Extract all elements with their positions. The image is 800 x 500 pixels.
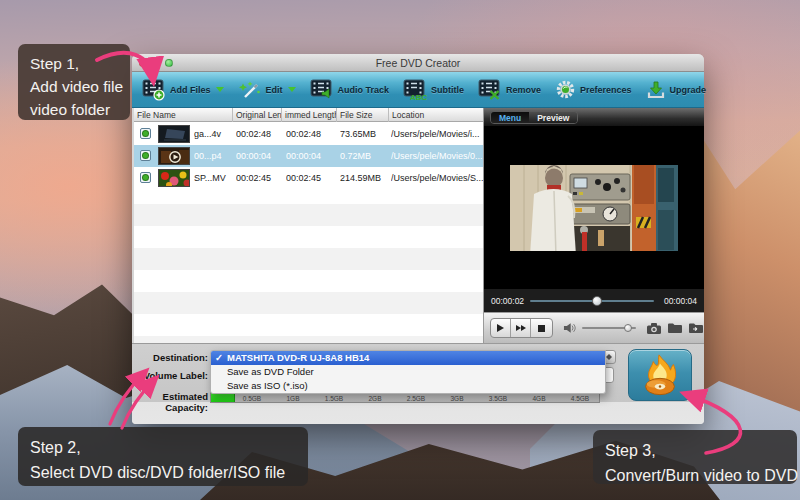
row-add-icon[interactable] <box>140 172 151 183</box>
edit-button[interactable]: Edit <box>238 80 296 100</box>
upgrade-button[interactable]: Upgrade <box>646 80 707 100</box>
burn-button[interactable] <box>628 349 692 401</box>
table-row[interactable]: SP...MV 00:02:45 00:02:45 214.59MB /User… <box>134 167 483 189</box>
cell-location: /Users/pele/Movies/0... <box>391 145 483 167</box>
step2-line1: Step 2, <box>30 435 296 460</box>
row-add-icon[interactable] <box>140 150 151 161</box>
capacity-tick-label: 4.5GB <box>571 395 589 402</box>
table-row[interactable]: ga...4v 00:02:48 00:02:48 73.65MB /Users… <box>134 123 483 145</box>
burn-flame-icon <box>637 353 683 397</box>
cell-file-name: SP...MV <box>194 167 234 189</box>
checkmark-icon: ✓ <box>215 351 227 365</box>
capacity-tick-label: 1.5GB <box>325 395 343 402</box>
volume-label-label: Volume Label: <box>132 370 208 381</box>
file-table: File Name Original Length immed Length F… <box>134 108 484 343</box>
volume-knob[interactable] <box>624 324 632 332</box>
screen: Free DVD Creator Add Files <box>0 0 800 500</box>
cell-file-size: 0.72MB <box>340 145 388 167</box>
titlebar[interactable]: Free DVD Creator <box>132 54 704 72</box>
table-header: File Name Original Length immed Length F… <box>134 108 483 122</box>
column-file-size[interactable]: File Size <box>337 108 389 122</box>
capacity-tick-label: 1GB <box>286 395 299 402</box>
table-row-selected[interactable]: 00...p4 00:00:04 00:00:04 0.72MB /Users/… <box>134 145 483 167</box>
preferences-button[interactable]: Preferences <box>555 79 632 100</box>
capture-buttons <box>646 322 704 335</box>
video-area[interactable] <box>484 126 704 288</box>
total-time: 00:00:04 <box>664 296 697 306</box>
callout-step1: Step 1, Add video file video folder <box>18 44 130 120</box>
destination-selected-option[interactable]: ✓MATSHITA DVD-R UJ-8A8 HB14 <box>211 351 605 365</box>
column-original-length[interactable]: Original Length <box>233 108 282 122</box>
cell-trimmed-length: 00:02:48 <box>286 123 336 145</box>
fast-forward-icon <box>521 325 526 331</box>
destination-selected-text: MATSHITA DVD-R UJ-8A8 HB14 <box>227 352 369 363</box>
gear-icon <box>555 79 576 100</box>
column-file-name[interactable]: File Name <box>134 108 233 122</box>
cell-trimmed-length: 00:00:04 <box>286 145 336 167</box>
output-panel: Destination: Volume Label: Estimated Cap… <box>132 343 704 424</box>
seek-knob[interactable] <box>592 296 602 306</box>
speaker-icon[interactable] <box>563 322 576 334</box>
column-trimmed-length[interactable]: immed Length <box>282 108 337 122</box>
row-add-icon[interactable] <box>140 128 151 139</box>
tab-menu[interactable]: Menu <box>491 112 529 123</box>
snapshot-camera-icon[interactable] <box>646 322 662 335</box>
play-icon <box>497 324 504 332</box>
toolbar: Add Files Edit <box>132 72 704 108</box>
volume-slider[interactable] <box>582 327 636 329</box>
svg-text:ABC: ABC <box>410 93 427 101</box>
film-add-icon <box>142 79 166 101</box>
remove-button[interactable]: Remove <box>478 79 541 101</box>
open-folder-icon[interactable] <box>667 322 683 334</box>
export-folder-icon[interactable] <box>688 322 704 334</box>
cell-original-length: 00:02:45 <box>236 167 281 189</box>
column-location[interactable]: Location <box>389 108 484 122</box>
edit-dropdown-caret[interactable] <box>288 87 296 92</box>
current-time: 00:00:02 <box>491 296 524 306</box>
subtitle-label: Subtitle <box>431 85 464 95</box>
audio-track-label: Audio Track <box>338 85 390 95</box>
add-files-dropdown-caret[interactable] <box>216 87 224 92</box>
preview-panel: Menu Preview <box>484 108 704 343</box>
destination-label: Destination: <box>132 352 208 363</box>
transport-buttons <box>490 318 553 338</box>
stop-icon <box>538 325 545 332</box>
subtitle-button[interactable]: ABC Subtitle <box>403 79 464 101</box>
stop-button[interactable] <box>531 319 551 337</box>
table-empty-area <box>134 204 483 343</box>
step1-line1: Step 1, <box>30 52 118 75</box>
callout-step3: Step 3, Convert/Burn video to DVD <box>593 430 797 484</box>
add-files-button[interactable]: Add Files <box>142 79 224 101</box>
fast-forward-button[interactable] <box>511 319 531 337</box>
play-button[interactable] <box>491 319 511 337</box>
edit-label: Edit <box>266 85 283 95</box>
tab-preview[interactable]: Preview <box>529 112 577 123</box>
capacity-tick-label: 3GB <box>450 395 463 402</box>
seekbar: 00:00:02 00:00:04 <box>484 288 704 312</box>
playback-controls <box>484 312 704 343</box>
destination-option-dvd-folder[interactable]: Save as DVD Folder <box>211 365 605 379</box>
film-audio-icon <box>310 79 334 101</box>
download-arrow-icon <box>646 80 666 100</box>
estimated-capacity-label: Estimated Capacity: <box>132 391 208 413</box>
step1-line2: Add video file <box>30 75 118 98</box>
destination-option-iso[interactable]: Save as ISO (*.iso) <box>211 379 605 393</box>
window-title: Free DVD Creator <box>132 57 704 69</box>
capacity-tick-label: 0.5GB <box>243 395 261 402</box>
upgrade-label: Upgrade <box>670 85 707 95</box>
audio-track-button[interactable]: Audio Track <box>310 79 390 101</box>
destination-dropdown-menu: ✓MATSHITA DVD-R UJ-8A8 HB14 Save as DVD … <box>210 350 606 394</box>
film-subtitle-icon: ABC <box>403 79 427 101</box>
cell-file-name: 00...p4 <box>194 145 234 167</box>
preview-tabs: Menu Preview <box>490 111 578 124</box>
preferences-label: Preferences <box>580 85 632 95</box>
remove-label: Remove <box>506 85 541 95</box>
seek-slider[interactable] <box>530 300 654 302</box>
callout-step2: Step 2, Select DVD disc/DVD folder/ISO f… <box>18 427 308 486</box>
film-remove-icon <box>478 79 502 101</box>
video-frame <box>510 160 678 256</box>
magic-wand-icon <box>238 80 262 100</box>
cell-location: /Users/pele/Movies/S... <box>391 167 483 189</box>
video-thumbnail <box>158 169 190 187</box>
cell-location: /Users/pele/Movies/i... <box>391 123 483 145</box>
